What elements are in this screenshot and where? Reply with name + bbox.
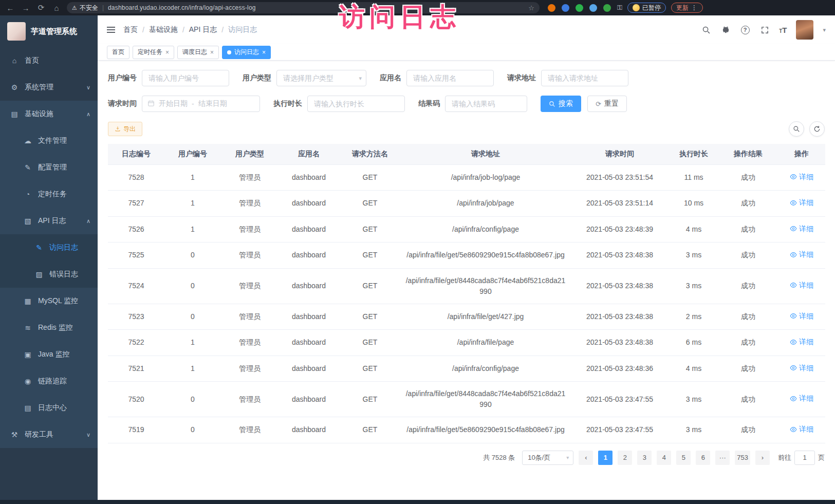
cell-user-type: 管理员 (221, 242, 279, 269)
sidebar-item-settings[interactable]: ⚙系统管理∨ (0, 74, 98, 101)
cell-log-id: 7525 (108, 242, 164, 269)
user-menu-caret-icon[interactable]: ▾ (823, 27, 826, 33)
profile-paused-chip[interactable]: 已暂停 (627, 3, 666, 13)
detail-link[interactable]: 详细 (790, 249, 813, 260)
user-id-label: 用户编号 (108, 73, 137, 83)
user-type-select-input[interactable] (276, 70, 366, 86)
page-button-2[interactable]: 2 (618, 451, 632, 465)
bookmark-star-icon[interactable]: ☆ (528, 4, 534, 12)
goto-page-input[interactable] (794, 451, 815, 465)
reset-button[interactable]: ⟳重置 (587, 96, 627, 112)
detail-link[interactable]: 详细 (790, 393, 813, 404)
extension-icon-5[interactable] (603, 4, 611, 12)
browser-menu-icon[interactable]: ⋮ (691, 4, 698, 11)
duration-input[interactable] (307, 96, 405, 112)
user-avatar[interactable] (796, 20, 813, 40)
sidebar-item-timer-task[interactable]: ◔定时任务 (0, 181, 98, 208)
detail-link[interactable]: 详细 (790, 363, 813, 374)
page-button-6[interactable]: 6 (696, 451, 710, 465)
detail-link[interactable]: 详细 (790, 197, 813, 208)
sidebar-item-home[interactable]: ⌂首页 (0, 47, 98, 74)
detail-link[interactable]: 详细 (790, 424, 813, 435)
refresh-table-button[interactable] (809, 121, 825, 137)
extension-icon-1[interactable] (548, 4, 555, 12)
sidebar-item-access-log[interactable]: ✎访问日志 (0, 234, 98, 261)
address-bar[interactable]: ⚠ 不安全 | dashboard.yudao.iocoder.cn/infra… (67, 2, 540, 13)
export-button[interactable]: 导出 (108, 122, 142, 136)
sidebar-item-error-log[interactable]: ▨错误日志 (0, 261, 98, 288)
detail-link[interactable]: 详细 (790, 172, 813, 182)
browser-update-button[interactable]: 更新 ⋮ (671, 3, 703, 13)
extensions-puzzle-icon[interactable]: ⚿ (617, 4, 622, 12)
browser-forward-icon[interactable]: → (21, 4, 31, 12)
help-icon[interactable]: ? (740, 25, 750, 35)
breadcrumb-item[interactable]: 首页 (123, 25, 138, 34)
detail-link[interactable]: 详细 (790, 311, 813, 322)
tab-首页[interactable]: 首页 (107, 46, 129, 59)
sidebar-item-config[interactable]: ✎配置管理 (0, 154, 98, 181)
eye-icon (790, 339, 797, 346)
request-time-daterange[interactable]: 开始日期-结束日期 (142, 96, 260, 112)
browser-home-icon[interactable]: ⌂ (51, 4, 62, 12)
tab-调度日志[interactable]: 调度日志× (177, 46, 219, 59)
sidebar-item-trace[interactable]: ◉链路追踪 (0, 368, 98, 395)
eye-icon (790, 426, 797, 433)
breadcrumb-item[interactable]: API 日志 (189, 25, 217, 34)
cell-user-id: 1 (164, 356, 221, 382)
sidebar-item-java-monitor[interactable]: ▣Java 监控 (0, 341, 98, 368)
close-icon[interactable]: × (210, 49, 214, 56)
sidebar-item-infrastructure[interactable]: ▤基础设施∧ (0, 101, 98, 127)
search-button[interactable]: 搜索 (541, 96, 581, 112)
pagination-total: 共 7528 条 (483, 453, 515, 462)
sidebar-item-redis-monitor[interactable]: ≋Redis 监控 (0, 314, 98, 341)
eye-icon (790, 199, 797, 207)
sidebar-item-api-log[interactable]: ▧API 日志∧ (0, 208, 98, 234)
page-button-3[interactable]: 3 (637, 451, 652, 465)
user-type-select[interactable]: ▾ (276, 70, 366, 86)
detail-link[interactable]: 详细 (790, 223, 813, 234)
toggle-search-button[interactable] (789, 121, 804, 137)
close-icon[interactable]: × (165, 49, 169, 56)
sidebar-item-log-center[interactable]: ▤日志中心 (0, 395, 98, 421)
github-icon[interactable] (720, 25, 731, 35)
page-button-5[interactable]: 5 (676, 451, 691, 465)
page-button-753[interactable]: 753 (735, 451, 750, 465)
cell-action: 详细 (778, 164, 825, 191)
collapse-menu-icon[interactable] (107, 27, 115, 33)
detail-link[interactable]: 详细 (790, 337, 813, 347)
breadcrumb-item[interactable]: 基础设施 (149, 25, 178, 34)
result-code-input[interactable] (445, 96, 527, 112)
search-icon[interactable] (701, 25, 711, 35)
prev-page-button[interactable]: ‹ (579, 451, 593, 465)
security-warning[interactable]: ⚠ 不安全 (72, 4, 98, 12)
cell-app-name: dashboard (279, 382, 339, 417)
page-button-1[interactable]: 1 (598, 451, 613, 465)
next-page-button[interactable]: › (755, 451, 770, 465)
page-size-select[interactable]: 10条/页 ▾ (522, 451, 573, 465)
tab-定时任务[interactable]: 定时任务× (133, 46, 174, 59)
page-button-4[interactable]: 4 (657, 451, 671, 465)
cell-log-id: 7521 (108, 356, 164, 382)
user-id-input[interactable] (142, 70, 229, 86)
font-size-icon[interactable]: TT (779, 26, 787, 34)
request-url-input[interactable] (541, 70, 628, 86)
pages-ellipsis[interactable]: ··· (715, 451, 730, 465)
extension-icon-2[interactable] (562, 4, 569, 12)
sidebar-menu: ⌂首页⚙系统管理∨▤基础设施∧☁文件管理✎配置管理◔定时任务▧API 日志∧✎访… (0, 47, 98, 448)
extension-icon-4[interactable] (589, 4, 597, 12)
cell-request-url: /api/infra/job/page (401, 191, 570, 217)
fullscreen-icon[interactable] (759, 25, 770, 35)
sidebar-item-mysql-monitor[interactable]: ▦MySQL 监控 (0, 288, 98, 314)
sidebar-item-dev-tools[interactable]: ⚒研发工具∨ (0, 421, 98, 448)
close-icon[interactable]: × (262, 49, 266, 56)
app-name-input[interactable] (406, 70, 494, 86)
browser-back-icon[interactable]: ← (5, 4, 15, 12)
request-url-label: 请求地址 (507, 73, 536, 83)
breadcrumb-item: 访问日志 (228, 25, 257, 34)
browser-reload-icon[interactable]: ⟳ (36, 3, 46, 12)
detail-link[interactable]: 详细 (790, 280, 813, 291)
sidebar-item-file-manage[interactable]: ☁文件管理 (0, 127, 98, 154)
tab-访问日志[interactable]: 访问日志× (222, 46, 271, 59)
extension-icon-3[interactable] (576, 4, 583, 12)
cell-method: GET (339, 268, 401, 304)
